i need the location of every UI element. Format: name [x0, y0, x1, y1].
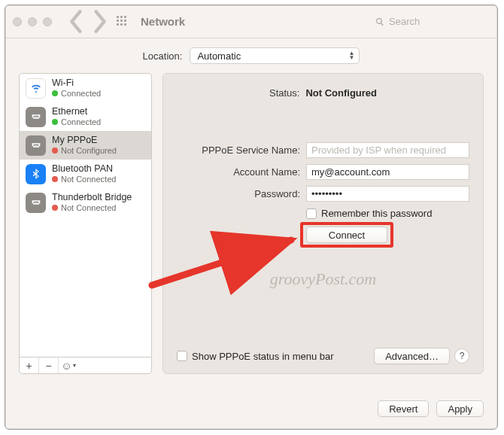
remember-password-checkbox[interactable] [306, 208, 317, 219]
window-title: Network [141, 15, 185, 28]
footer-actions: Revert Apply [378, 400, 484, 417]
revert-button[interactable]: Revert [378, 400, 429, 417]
remember-password-label: Remember this password [321, 208, 432, 219]
apply-button[interactable]: Apply [436, 400, 484, 417]
watermark: groovyPost.com [163, 269, 483, 289]
status-dot-icon [52, 176, 58, 182]
status-dot-icon [52, 148, 58, 154]
search-field[interactable]: Search [369, 14, 490, 30]
status-label: Status: [269, 87, 299, 99]
minimize-window-button[interactable] [28, 17, 37, 26]
back-button[interactable] [68, 14, 85, 30]
service-name-label: PPPoE Service Name: [177, 144, 300, 156]
wifi-icon [26, 78, 46, 99]
annotation-highlight [300, 222, 393, 248]
status-dot-icon [52, 90, 58, 96]
help-button[interactable]: ? [454, 348, 469, 364]
sidebar-item-label: Thunderbolt Bridge [52, 192, 132, 202]
status-value: Not Configured [305, 87, 377, 99]
account-name-label: Account Name: [177, 166, 300, 178]
password-label: Password: [177, 188, 300, 199]
show-status-checkbox[interactable] [177, 351, 187, 361]
close-window-button[interactable] [13, 17, 22, 26]
location-value: Automatic [197, 50, 241, 62]
zoom-window-button[interactable] [43, 17, 52, 26]
sidebar-item-bluetooth[interactable]: Bluetooth PAN Not Connected [20, 160, 151, 188]
location-label: Location: [143, 50, 183, 62]
search-icon [375, 17, 384, 26]
sidebar-item-label: Bluetooth PAN [52, 163, 116, 174]
remove-service-button[interactable]: − [39, 357, 59, 373]
status-dot-icon [52, 119, 58, 125]
sidebar: Wi-Fi Connected Ethernet Connected [19, 73, 152, 374]
show-all-icon[interactable] [117, 16, 129, 28]
location-select[interactable]: Automatic ▲▼ [190, 47, 360, 64]
detail-pane: Status: Not Configured PPPoE Service Nam… [162, 73, 484, 374]
sidebar-item-label: My PPPoE [52, 135, 117, 145]
titlebar: Network Search [5, 5, 497, 38]
account-name-input[interactable] [306, 164, 469, 180]
window-controls [13, 17, 52, 26]
forward-button[interactable] [91, 14, 108, 30]
sidebar-item-ethernet[interactable]: Ethernet Connected [20, 102, 151, 131]
service-list: Wi-Fi Connected Ethernet Connected [19, 73, 152, 357]
search-placeholder: Search [389, 16, 420, 27]
password-input[interactable] [306, 186, 469, 202]
sidebar-actions: + − ☺︎▾ [19, 357, 152, 374]
sidebar-item-wifi[interactable]: Wi-Fi Connected [20, 74, 151, 102]
service-options-button[interactable]: ☺︎▾ [59, 357, 78, 373]
thunderbolt-icon [26, 193, 46, 213]
bluetooth-icon [26, 164, 46, 184]
sidebar-item-label: Wi-Fi [52, 78, 101, 88]
sidebar-item-thunderbolt[interactable]: Thunderbolt Bridge Not Connected [20, 188, 151, 217]
location-row: Location: Automatic ▲▼ [5, 38, 497, 73]
sidebar-item-label: Ethernet [52, 106, 101, 117]
sidebar-item-pppoe[interactable]: My PPPoE Not Configured [20, 131, 151, 160]
add-service-button[interactable]: + [20, 357, 39, 373]
ethernet-icon [26, 107, 46, 127]
advanced-button[interactable]: Advanced… [374, 348, 450, 364]
status-dot-icon [52, 205, 58, 211]
show-status-label: Show PPPoE status in menu bar [192, 351, 334, 362]
pppoe-icon [26, 135, 46, 156]
chevron-updown-icon: ▲▼ [348, 51, 354, 60]
window-frame: Network Search Location: Automatic ▲▼ Wi… [5, 5, 498, 430]
service-name-input[interactable] [306, 142, 469, 158]
